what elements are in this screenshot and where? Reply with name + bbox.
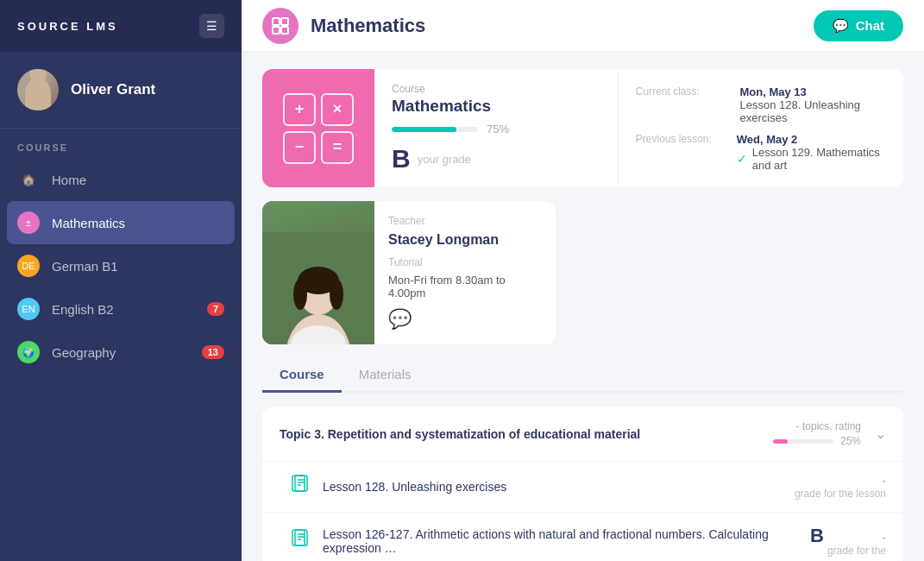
avatar [17,69,59,110]
svg-rect-16 [292,530,305,545]
sidebar-item-geography-label: Geography [52,345,116,360]
current-class-date: Mon, May 13 [740,85,886,98]
topic-header[interactable]: Topic 3. Repetition and systematization … [262,407,903,461]
grade-row: B your grade [392,144,600,173]
sidebar-header: SOURCE LMS ☰ [0,0,242,52]
svg-rect-2 [273,27,280,34]
svg-point-8 [293,279,307,310]
lesson-128-grade-label: grade for the lesson [795,488,886,500]
course-card-info: Course Mathematics 75% B your grade [374,69,619,187]
topbar-subject-icon [262,8,299,44]
english-badge: 7 [207,302,224,316]
math-cell-times: × [321,93,354,126]
chat-icon: 💬 [833,18,849,34]
sidebar-item-german[interactable]: DE German B1 [0,244,242,287]
current-class-lesson: Lesson 128. Unleashing exercises [740,98,886,124]
topbar: Mathematics 💬 Chat [242,0,924,52]
sidebar-item-english[interactable]: EN English B2 7 [0,287,242,331]
sidebar-section-label: COURSE [0,129,242,158]
sidebar: SOURCE LMS ☰ Oliver Grant COURSE 🏠 Home … [0,0,242,561]
svg-point-9 [330,279,343,310]
progress-bar-wrap: 75% [392,123,600,136]
previous-lesson-date: Wed, May 2 [737,133,886,146]
lesson-128-title: Lesson 128. Unleashing exercises [323,480,795,494]
previous-lesson-row: Previous lesson: Wed, May 2 ✓ Lesson 129… [636,133,886,172]
svg-rect-1 [281,18,288,25]
topic-meta-block: - topics. rating 25% [773,420,861,447]
svg-rect-11 [292,476,305,491]
tab-course[interactable]: Course [262,358,342,393]
course-card-schedule: Current class: Mon, May 13 Lesson 128. U… [619,69,903,187]
geography-badge: 13 [202,345,224,359]
home-icon: 🏠 [17,168,40,191]
lesson-128-grade: - grade for the lesson [795,474,886,500]
lesson-126-dash: - [827,531,886,545]
course-tabs: Course Materials [262,358,903,393]
lesson-126-grade-label: grade for the [827,545,886,557]
chat-button[interactable]: 💬 Chat [814,10,903,41]
topic-title: Topic 3. Repetition and systematization … [280,427,640,441]
sidebar-user: Oliver Grant [0,52,242,129]
sidebar-item-home-label: Home [52,173,86,187]
user-name: Oliver Grant [71,81,155,98]
progress-pct: 75% [487,123,509,136]
course-info-card: + × − = Course Mathematics 75% B your g [262,69,903,187]
math-cell-minus: − [283,131,316,164]
chat-button-label: Chat [856,18,884,33]
svg-rect-0 [273,18,280,25]
teacher-info: Teacher Stacey Longman Tutorial Mon-Fri … [374,201,556,344]
math-cell-plus: + [283,93,316,126]
lesson-row-128[interactable]: Lesson 128. Unleashing exercises - grade… [262,461,903,512]
math-cell-equals: = [321,131,354,164]
math-grid: + × − = [274,85,362,173]
main-content: Mathematics 💬 Chat + × − = Course Mathem… [242,0,924,561]
grade-label: your grade [418,153,471,166]
sidebar-item-geography[interactable]: 🌍 Geography 13 [0,331,242,374]
topic-dash: - [796,420,800,432]
lesson-grade-b: B [810,525,824,547]
topic-progress-wrap: 25% [773,435,861,447]
lesson-row-126-127[interactable]: Lesson 126-127. Arithmetic actions with … [262,512,903,561]
svg-rect-17 [295,530,307,545]
topic-bar [773,439,833,444]
english-icon: EN [17,298,40,320]
tutorial-time: Mon-Fri from 8.30am to 4.00pm [388,274,542,299]
current-class-detail: Mon, May 13 Lesson 128. Unleashing exerc… [740,85,886,124]
topbar-title-group: Mathematics [262,8,425,44]
sidebar-item-english-label: English B2 [52,302,114,317]
topic-pct: 25% [840,435,861,447]
teacher-chat-icon[interactable]: 💬 [388,308,542,331]
topic-bar-fill [773,439,789,444]
app-logo: SOURCE LMS [17,20,118,33]
tab-materials[interactable]: Materials [342,358,429,393]
lesson-128-dash: - [795,474,886,488]
check-icon: ✓ [737,152,747,166]
sidebar-item-german-label: German B1 [52,259,118,274]
course-label: Course [392,83,600,95]
teacher-label: Teacher [388,215,542,227]
grade-letter: B [392,144,411,173]
hamburger-button[interactable]: ☰ [199,14,224,38]
topic-right: - topics. rating 25% ⌄ [773,420,886,447]
lesson-book-icon [290,474,311,500]
course-name: Mathematics [392,97,600,116]
teacher-name: Stacey Longman [388,232,542,248]
tutorial-label: Tutorial [388,256,542,268]
chevron-up-icon: ⌄ [875,425,886,442]
sidebar-item-home[interactable]: 🏠 Home [0,158,242,201]
lesson-book-icon-2 [290,528,311,554]
german-icon: DE [17,255,40,277]
current-class-label: Current class: [636,85,725,124]
current-class-row: Current class: Mon, May 13 Lesson 128. U… [636,85,886,124]
topic-section: Topic 3. Repetition and systematization … [262,407,903,561]
previous-lesson-label: Previous lesson: [636,133,721,172]
teacher-photo [262,201,374,344]
lesson-126-127-grade: B - grade for the [810,525,886,557]
previous-lesson-detail: Wed, May 2 ✓ Lesson 129. Mathematics and… [737,133,886,172]
svg-rect-3 [281,27,288,34]
math-icon: ± [17,211,40,234]
teacher-card: Teacher Stacey Longman Tutorial Mon-Fri … [262,201,556,344]
lesson-126-127-title: Lesson 126-127. Arithmetic actions with … [323,527,810,555]
content-area: + × − = Course Mathematics 75% B your g [242,52,924,561]
sidebar-item-mathematics[interactable]: ± Mathematics [7,201,235,244]
